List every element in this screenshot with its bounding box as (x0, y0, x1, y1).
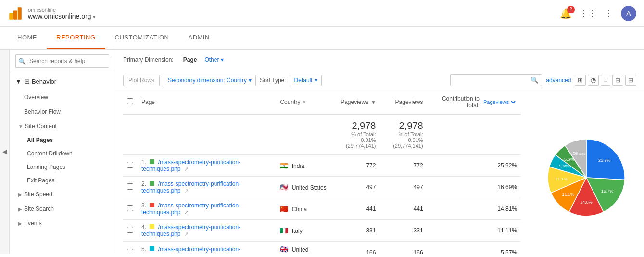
secondary-dimension-dropdown[interactable]: Secondary dimension: Country ▾ (164, 75, 256, 86)
row-pv2: 331 (414, 227, 423, 234)
sidebar-section-behavior[interactable]: ▼ ⊞ Behavior (10, 73, 115, 90)
sidebar-item-overview[interactable]: Overview (10, 90, 115, 104)
logo-area: omicsonline www.omicsonline.org ▾ (8, 6, 96, 21)
row-pageviews: 331 (366, 227, 376, 234)
country-remove-icon[interactable]: ✕ (302, 99, 306, 105)
site-search-label: Site Search (24, 206, 54, 212)
row-num-cell: 2. /mass-spectrometry-purification-techn… (138, 177, 276, 198)
sidebar-landing-pages[interactable]: Landing Pages (10, 160, 115, 174)
row-pct: 11.11% (497, 227, 517, 234)
select-all-checkbox[interactable] (127, 98, 133, 104)
tab-reporting[interactable]: REPORTING (47, 27, 105, 49)
tab-admin[interactable]: ADMIN (178, 27, 219, 49)
sidebar-content-drilldown[interactable]: Content Drilldown (10, 147, 115, 160)
row-pct: 14.81% (497, 206, 517, 212)
sidebar-exit-pages[interactable]: Exit Pages (10, 174, 115, 187)
row-checkbox[interactable] (127, 227, 133, 233)
row-num: 5. (141, 246, 146, 253)
sort-dropdown[interactable]: Default ▾ (290, 75, 322, 86)
site-content-label: Site Content (25, 123, 57, 129)
search-input[interactable] (15, 54, 109, 68)
table-search-button[interactable]: 🔍 (528, 75, 542, 86)
list-view-button[interactable]: ≡ (601, 75, 610, 86)
row-external-link-icon[interactable]: ↗ (184, 209, 189, 215)
th-page: Page (138, 90, 276, 114)
sort-type-label: Sort Type: (260, 77, 286, 84)
row-num: 2. (141, 180, 146, 187)
pie-label: 14.8% (580, 200, 593, 205)
row-page-link[interactable]: /mass-spectrometry-purification-techniqu… (141, 202, 240, 216)
row-flag: 🇮🇹 (280, 227, 288, 234)
site-name-area: omicsonline www.omicsonline.org ▾ (28, 7, 96, 20)
svg-rect-1 (13, 10, 17, 19)
th-country: Country ✕ (276, 90, 332, 114)
sidebar-site-search[interactable]: ▶ Site Search (10, 202, 115, 216)
sidebar-site-content[interactable]: ▼ Site Content (10, 119, 115, 133)
plot-rows-button[interactable]: Plot Rows (123, 75, 160, 86)
pie-label: 25.9% (598, 157, 611, 162)
sidebar-events[interactable]: ▶ Events (10, 216, 115, 231)
main-layout: ◀ 🔍 ▼ ⊞ Behavior Overview Behavior Flow … (0, 50, 644, 254)
th-pageviews2: Pageviews (379, 90, 427, 114)
row-page-link[interactable]: /mass-spectrometry-purification-techniqu… (141, 159, 240, 172)
row-pv2-cell: 497 (379, 177, 427, 198)
more-options-button[interactable]: ⋮ (605, 8, 613, 19)
compare-view-button[interactable]: ⊟ (612, 75, 623, 86)
table-row: 4. /mass-spectrometry-purification-techn… (123, 220, 521, 242)
primary-dimension-row: Primary Dimension: Page Other ▾ (115, 50, 644, 70)
row-color-dot (150, 224, 154, 229)
tab-customization[interactable]: CUSTOMIZATION (105, 27, 179, 49)
pie-view-button[interactable]: ◔ (588, 75, 599, 86)
summary-page-cell (138, 114, 276, 155)
view-icons: ⊞ ◔ ≡ ⊟ ⊞ (575, 75, 636, 86)
row-page-link[interactable]: /mass-spectrometry-purification-techniqu… (141, 246, 240, 254)
row-pv2: 166 (414, 249, 423, 254)
pie-chart: 25.9%16.7%14.8%11.1%11.1%5.6%5.6%Others (538, 129, 634, 226)
row-flag: 🇨🇳 (280, 205, 288, 213)
row-page-link[interactable]: /mass-spectrometry-purification-techniqu… (141, 224, 240, 237)
row-external-link-icon[interactable]: ↗ (184, 231, 189, 237)
avatar[interactable]: A (621, 6, 636, 21)
site-content-arrow: ▼ (18, 124, 23, 129)
row-external-link-icon[interactable]: ↗ (184, 188, 189, 193)
search-wrap: 🔍 (15, 54, 109, 68)
tab-home[interactable]: HOME (8, 27, 47, 49)
row-country: India (292, 163, 304, 169)
notification-button[interactable]: 🔔 2 (560, 8, 572, 19)
row-page-link[interactable]: /mass-spectrometry-purification-techniqu… (141, 180, 240, 194)
row-color-dot (150, 246, 154, 251)
row-checkbox[interactable] (127, 183, 133, 190)
behavior-expand-icon: ▼ (15, 78, 22, 85)
events-arrow: ▶ (18, 221, 22, 226)
row-pv2: 497 (414, 184, 423, 191)
sidebar-all-pages[interactable]: All Pages (10, 133, 115, 147)
row-checkbox[interactable] (127, 249, 133, 254)
grid-view-button[interactable]: ⊞ (575, 75, 586, 86)
apps-button[interactable]: ⋮⋮ (580, 8, 597, 19)
contrib-select[interactable]: Pageviews (481, 99, 517, 105)
sidebar-item-behavior-flow[interactable]: Behavior Flow (10, 104, 115, 119)
row-external-link-icon[interactable]: ↗ (184, 166, 189, 172)
row-pct: 25.92% (497, 162, 517, 169)
pivot-view-button[interactable]: ⊞ (625, 75, 636, 86)
advanced-link[interactable]: advanced (546, 77, 571, 84)
events-label: Events (24, 220, 42, 227)
row-external-link-icon[interactable]: ↗ (184, 253, 189, 254)
sort-arrow[interactable]: ▼ (371, 100, 376, 105)
dim-page-link[interactable]: Page (179, 54, 201, 65)
sidebar-collapse-button[interactable]: ◀ (0, 50, 10, 254)
sidebar-site-speed[interactable]: ▶ Site Speed (10, 187, 115, 202)
row-flag: 🇬🇧 (280, 245, 288, 253)
row-country-cell: 🇮🇹 Italy (276, 220, 332, 242)
table-search-input[interactable] (451, 75, 528, 86)
row-checkbox-cell (123, 198, 138, 220)
row-country: China (292, 206, 307, 213)
row-checkbox[interactable] (127, 162, 133, 168)
dim-other-link[interactable]: Other ▾ (204, 56, 223, 63)
ga-logo (8, 6, 23, 21)
content-area: Primary Dimension: Page Other ▾ Plot Row… (115, 50, 644, 254)
row-pct-cell: 16.69% (427, 177, 521, 198)
row-pageviews: 166 (366, 249, 376, 254)
row-pv2: 441 (414, 206, 423, 212)
row-checkbox[interactable] (127, 205, 133, 211)
